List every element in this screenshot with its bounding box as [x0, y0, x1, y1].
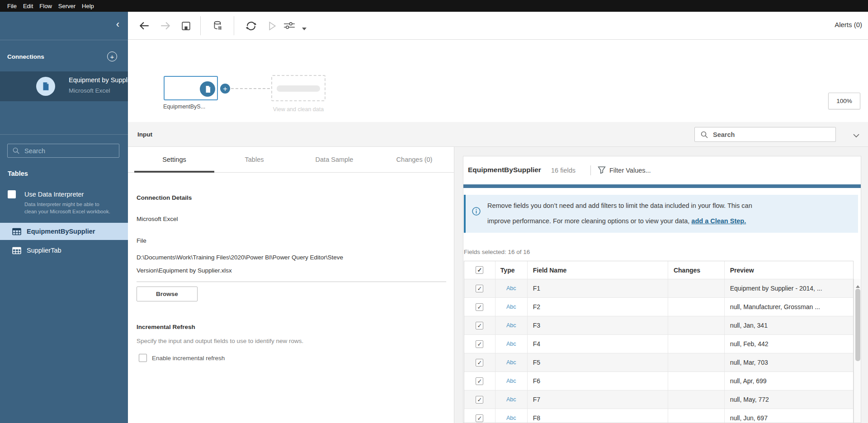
field-row-f5[interactable]: ✓AbcF5null, Mar, 703 — [464, 353, 853, 372]
collapse-panel-icon[interactable] — [853, 132, 859, 140]
field-row-f3[interactable]: ✓AbcF3null, Jan, 341 — [464, 316, 853, 335]
connections-heading: Connections — [7, 53, 44, 60]
save-icon[interactable] — [179, 19, 192, 32]
field-name[interactable]: F1 — [528, 279, 668, 297]
field-changes — [668, 409, 725, 423]
checkbox-cell: ✓ — [464, 353, 495, 371]
menu-bar: FileEditFlowServerHelp — [0, 0, 868, 12]
field-row-f1[interactable]: ✓AbcF1Equipment by Supplier - 2014, ... — [464, 279, 853, 298]
data-interpreter-description: Data Interpreter might be able to — [24, 202, 99, 207]
checkbox-cell: ✓ — [464, 409, 495, 423]
add-step-button[interactable]: + — [220, 84, 230, 94]
filter-funnel-icon[interactable] — [598, 166, 606, 176]
field-type[interactable]: Abc — [495, 335, 528, 353]
field-name[interactable]: F2 — [528, 298, 668, 316]
search-icon — [700, 131, 708, 139]
field-row-f6[interactable]: ✓AbcF6null, Apr, 699 — [464, 372, 853, 390]
connection-type: Microsoft Excel — [137, 216, 178, 222]
field-row-f2[interactable]: ✓AbcF2null, Manufacturer, Grossman ... — [464, 298, 853, 316]
table-scrollbar[interactable] — [854, 279, 861, 423]
redo-icon[interactable] — [159, 19, 172, 32]
table-grid-icon — [12, 228, 21, 235]
use-data-interpreter-checkbox[interactable] — [8, 190, 16, 198]
incremental-refresh-description: Specify the input and output fields to u… — [137, 338, 303, 344]
field-changes — [668, 390, 725, 409]
fields-search-input[interactable]: Search — [694, 127, 836, 142]
connection-item[interactable]: Equipment by Suppli... Microsoft Excel — [0, 71, 128, 101]
field-row-f8[interactable]: ✓AbcF8null, Jun, 697 — [464, 409, 853, 423]
alerts-indicator[interactable]: Alerts (0) — [835, 21, 862, 28]
chevron-down-icon[interactable] — [298, 23, 311, 35]
field-checkbox[interactable]: ✓ — [476, 340, 483, 348]
sidebar-divider — [0, 134, 128, 135]
sidebar-table-item-equipmentbysupplier[interactable]: EquipmentBySupplier — [0, 223, 128, 240]
select-all-cell: ✓ — [464, 261, 495, 279]
tab-data-sample[interactable]: Data Sample — [294, 147, 374, 172]
field-checkbox[interactable]: ✓ — [476, 322, 483, 329]
pause-data-updates-icon[interactable] — [212, 19, 224, 32]
tab-settings[interactable]: Settings — [134, 147, 214, 172]
menu-item-help[interactable]: Help — [82, 3, 94, 9]
add-connection-button[interactable]: + — [107, 52, 117, 61]
scrollbar-thumb[interactable] — [855, 289, 860, 361]
field-row-f7[interactable]: ✓AbcF7null, May, 772 — [464, 390, 853, 409]
menu-item-file[interactable]: File — [7, 3, 17, 9]
field-changes — [668, 316, 725, 334]
zoom-level-indicator[interactable]: 100% — [828, 93, 860, 109]
info-banner: Remove fields you don’t need and add fil… — [464, 195, 858, 233]
field-checkbox[interactable]: ✓ — [476, 414, 483, 422]
field-type[interactable]: Abc — [495, 279, 528, 297]
run-flow-icon[interactable] — [265, 19, 278, 32]
field-type[interactable]: Abc — [495, 316, 528, 334]
placeholder-pill — [277, 85, 320, 92]
field-type[interactable]: Abc — [495, 298, 528, 316]
settings-sliders-icon[interactable] — [283, 19, 296, 32]
field-name[interactable]: F3 — [528, 316, 668, 334]
preview-header: Preview — [725, 261, 853, 279]
filter-values-button[interactable]: Filter Values... — [609, 167, 651, 174]
field-name[interactable]: F8 — [528, 409, 668, 423]
field-checkbox[interactable]: ✓ — [476, 396, 483, 404]
add-clean-step-link[interactable]: add a Clean Step. — [691, 217, 746, 225]
field-checkbox[interactable]: ✓ — [476, 359, 483, 367]
sidebar-search-input[interactable]: Search — [7, 144, 119, 158]
field-checkbox[interactable]: ✓ — [476, 303, 483, 311]
field-type[interactable]: Abc — [495, 372, 528, 390]
panel-accent-bar — [463, 184, 861, 188]
field-name[interactable]: F4 — [528, 335, 668, 353]
menu-item-edit[interactable]: Edit — [23, 3, 33, 9]
field-name-header: Field Name — [528, 261, 668, 279]
tab-tables[interactable]: Tables — [214, 147, 294, 172]
menu-item-server[interactable]: Server — [58, 3, 75, 9]
field-name[interactable]: F7 — [528, 390, 668, 409]
info-text: improve performance. For more cleaning o… — [487, 217, 691, 225]
enable-incremental-refresh-checkbox[interactable] — [139, 354, 147, 362]
field-checkbox[interactable]: ✓ — [476, 285, 483, 292]
incremental-refresh-heading: Incremental Refresh — [137, 324, 195, 330]
file-path-field[interactable]: D:\Documents\Work\Training Files\2020\Po… — [137, 251, 446, 282]
field-preview: null, Jan, 341 — [725, 316, 853, 334]
table-item-label: SupplierTab — [27, 247, 61, 254]
tab-changes-0[interactable]: Changes (0) — [374, 147, 454, 172]
use-data-interpreter-label: Use Data Interpreter — [24, 191, 84, 198]
refresh-icon[interactable] — [245, 19, 257, 32]
field-type[interactable]: Abc — [495, 390, 528, 409]
field-changes — [668, 279, 725, 297]
field-name[interactable]: F6 — [528, 372, 668, 390]
field-type[interactable]: Abc — [495, 409, 528, 423]
table-title: EquipmentBySupplier — [468, 166, 541, 174]
field-checkbox[interactable]: ✓ — [476, 377, 483, 385]
field-changes — [668, 335, 725, 353]
browse-button[interactable]: Browse — [137, 287, 198, 301]
undo-icon[interactable] — [138, 19, 151, 32]
fields-search-placeholder: Search — [713, 131, 735, 138]
sidebar-table-item-suppliertab[interactable]: SupplierTab — [0, 242, 128, 259]
flow-canvas[interactable]: + EquipmentByS... View and clean data 10… — [128, 40, 868, 122]
field-name[interactable]: F5 — [528, 353, 668, 371]
field-type[interactable]: Abc — [495, 353, 528, 371]
menu-item-flow[interactable]: Flow — [39, 3, 52, 9]
field-row-f4[interactable]: ✓AbcF4null, Feb, 442 — [464, 335, 853, 353]
clean-step-placeholder[interactable] — [271, 75, 326, 101]
select-all-checkbox[interactable]: ✓ — [476, 266, 483, 274]
sidebar-collapse-icon[interactable]: ‹ — [116, 19, 119, 30]
